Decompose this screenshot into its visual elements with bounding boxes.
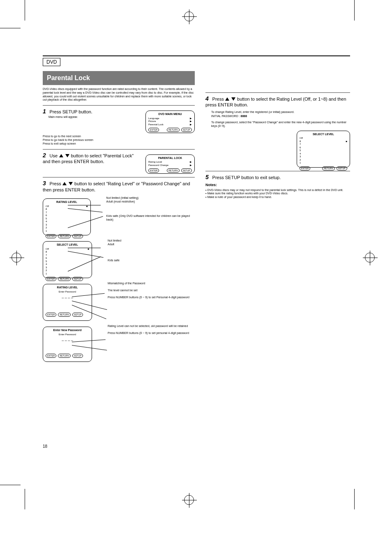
step-number: 2 — [43, 152, 46, 159]
screen-title: SELECT LEVEL — [300, 133, 347, 136]
screen-title: RATING LEVEL — [46, 286, 89, 290]
crop-mark — [354, 489, 355, 509]
screen-password-change: Enter New Password Enter Password – – – … — [43, 327, 92, 362]
step-number: 3 — [43, 180, 46, 187]
page-label: DVD — [43, 58, 60, 66]
callout: Press NUMBER buttons (0 ~ 9) to set Pers… — [108, 295, 189, 299]
screen-title: SELECT LEVEL — [46, 243, 89, 247]
menu-item: Password Change — [148, 164, 168, 167]
up-arrow-icon — [59, 154, 63, 157]
divider — [43, 149, 195, 150]
prompt: Enter Password — [46, 290, 89, 294]
crop-mark — [354, 0, 355, 21]
screen-title: Enter New Password — [46, 329, 89, 332]
screen-btn-return: RETURN — [167, 168, 180, 173]
callout: Press NUMBER buttons (0 ~ 9) to set pers… — [108, 331, 189, 335]
left-column: Parental Lock DVD-Video discs equipped w… — [43, 66, 195, 449]
menu-item: Picture — [148, 120, 156, 123]
divider — [43, 105, 195, 106]
screen-main-menu: DVD MAIN MENU Language▶ Picture▶ Parenta… — [145, 111, 195, 133]
step-5: 5 Press SETUP button to exit setup. — [205, 174, 350, 180]
top-rule — [43, 55, 350, 56]
callout: Not limited — [108, 239, 121, 242]
screen-parental-lock: PARENTAL LOCK Rating Level▶ Password Cha… — [145, 154, 195, 174]
step1-sub: Main menu will appear. — [48, 115, 142, 119]
rating-callouts: Not limited (Initial setting) Adult (mos… — [106, 196, 195, 221]
menu-item: Rating Level — [148, 161, 162, 164]
section-title: Parental Lock — [43, 71, 195, 85]
registration-mark-icon — [12, 253, 21, 263]
notes-heading: Notes: — [205, 183, 217, 187]
down-arrow-icon — [231, 97, 235, 101]
note-item: Make sure the rating function works with… — [207, 192, 288, 195]
registration-mark-icon — [184, 495, 194, 505]
initial-password-label: INITIAL PASSWORD : — [211, 115, 241, 117]
initial-password-value: 8888 — [241, 115, 247, 117]
password-change-block: Enter New Password Enter Password – – – … — [43, 324, 195, 362]
step-3: 3 Press button to select "Rating Level" … — [43, 180, 195, 193]
callout: Adult — [108, 242, 121, 246]
step-4: 4 Press button to select the Rating Leve… — [205, 95, 350, 128]
page-body: DVD Parental Lock DVD-Video discs equipp… — [43, 55, 350, 449]
step-1: 1 Press SETUP button. Main menu will app… — [43, 108, 195, 133]
password-mask: – – – – — [46, 296, 89, 300]
screen-select-level-2: SELECT LEVEL Off 8■ 7 6 5 4 3 2 1 ENTER … — [297, 131, 350, 168]
crop-mark — [25, 489, 25, 509]
password-change-callouts: Rating Level can not be selected, old pa… — [108, 324, 189, 335]
screen-password-entry: RATING LEVEL Enter Password – – – – ENTE… — [43, 284, 92, 321]
select-level-callouts: Not limited Adult Kids safe — [108, 239, 121, 262]
step-2: 2 Use button to select "Parental Lock" a… — [43, 152, 195, 174]
screen-select-level: SELECT LEVEL Off■ 8 7 6 5 4 3 2 1 ENTER … — [43, 241, 92, 278]
note-item: Make a note of your password and keep it… — [207, 196, 272, 198]
intro-text: DVD-Video discs equipped with the passwo… — [43, 88, 195, 102]
note-item: DVD-Video discs may or may not respond t… — [207, 189, 343, 191]
callout: Adult (most restrictive) — [106, 200, 195, 203]
screen-title: PARENTAL LOCK — [148, 157, 192, 160]
callout: Kids safe — [108, 258, 121, 262]
up-arrow-icon — [62, 182, 67, 185]
callout: Not limited (Initial setting) — [106, 196, 195, 200]
btn-hint: Press to go to the next screen — [43, 135, 195, 138]
callout: Kids safe (Only DVD software intended fo… — [106, 214, 195, 221]
menu-item: Language — [148, 117, 159, 120]
step-number: 5 — [205, 174, 209, 180]
step4-to-change: To change password, select the "Password… — [211, 121, 350, 128]
step3-pre: Press — [50, 181, 61, 186]
screen-btn-enter: ENTER — [148, 168, 159, 173]
registration-mark-icon — [365, 253, 375, 263]
step4-sub1: To change Rating Level, enter the regist… — [211, 111, 350, 114]
callout: Rating Level can not be selected, old pa… — [108, 324, 189, 328]
down-arrow-icon — [69, 182, 73, 185]
registration-mark-icon — [184, 12, 194, 21]
select-level-block: SELECT LEVEL Off■ 8 7 6 5 4 3 2 1 ENTER … — [43, 239, 195, 278]
divider — [205, 171, 350, 171]
step2-pre: Use — [50, 153, 58, 158]
screen-rating-level: RATING LEVEL Off■ 8 7 6 5 4 3 2 1 ENTER … — [43, 198, 91, 235]
screen-btn-setup: SETUP — [181, 168, 192, 173]
crop-mark — [0, 28, 21, 28]
screen-btn-setup: SETUP — [181, 128, 192, 132]
password-entry-block: RATING LEVEL Enter Password – – – – ENTE… — [43, 281, 195, 321]
step-number: 1 — [43, 108, 46, 115]
step4-pre: Press — [212, 97, 224, 101]
menu-item: Parental Lock — [148, 123, 164, 127]
btn-hint: Press to exit setup screen — [43, 142, 195, 146]
step5-line: Press SETUP button to exit setup. — [212, 175, 281, 180]
screen-title: RATING LEVEL — [46, 200, 88, 204]
up-arrow-icon — [225, 97, 229, 101]
down-arrow-icon — [65, 154, 69, 157]
divider — [205, 92, 350, 93]
divider — [43, 177, 195, 177]
screen-title: DVD MAIN MENU — [148, 113, 192, 116]
page-number: 18 — [43, 444, 195, 449]
btn-hint: Press to go back to the previous screen — [43, 138, 195, 142]
password-callouts: Mismatching of the Password The level ca… — [108, 281, 189, 299]
prompt: Enter Password — [46, 333, 89, 336]
screen-btn-enter: ENTER — [148, 128, 159, 132]
right-column: 4 Press button to select the Rating Leve… — [205, 66, 350, 449]
crop-mark — [0, 485, 21, 485]
rating-level-block: RATING LEVEL Off■ 8 7 6 5 4 3 2 1 ENTER … — [43, 196, 195, 235]
callout: The level cannot be set — [108, 288, 189, 292]
callout: Mismatching of the Password — [108, 281, 189, 285]
step1-line: Press SETUP button. — [50, 109, 92, 114]
